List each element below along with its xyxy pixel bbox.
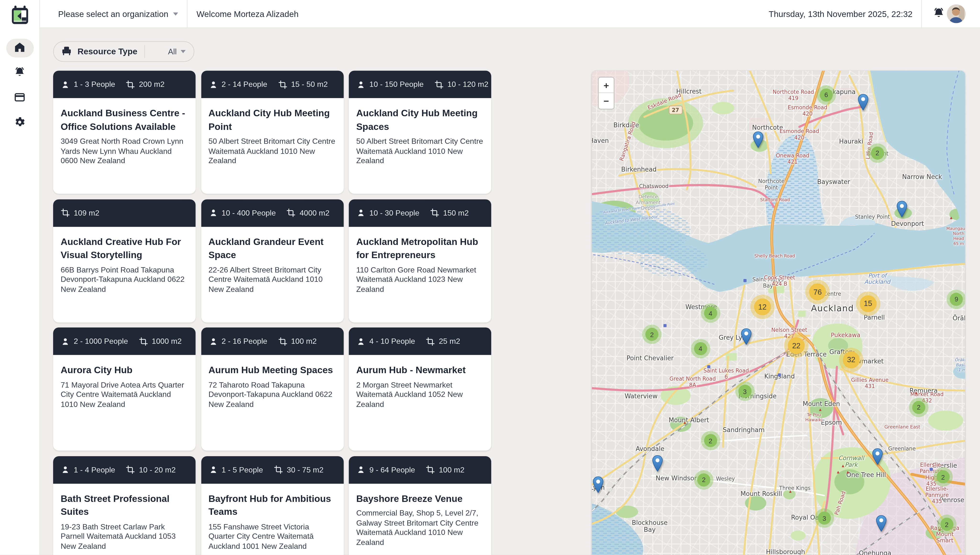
- map-cluster-marker[interactable]: 3: [815, 508, 834, 528]
- map-cluster-marker[interactable]: 9: [947, 289, 965, 309]
- welcome-text: Welcome Morteza Alizadeh: [196, 9, 298, 18]
- map-pin-marker[interactable]: [753, 132, 764, 148]
- resource-card[interactable]: 2 - 1000 People 1000 m2 Aurora City Hub …: [53, 327, 196, 451]
- map-cluster-marker[interactable]: 4: [691, 339, 710, 358]
- filter-label: Resource Type: [77, 47, 137, 56]
- map-pin-marker[interactable]: [741, 329, 752, 345]
- peak-icon: ▲: [914, 390, 918, 395]
- map-label: Northcote Point: [758, 178, 784, 191]
- map-label: Esmonde Road 420: [788, 104, 827, 117]
- map-label: Hillcrest: [676, 88, 701, 95]
- zoom-in-button[interactable]: +: [599, 77, 614, 93]
- capacity-text: 1 - 4 People: [74, 465, 115, 474]
- capacity-text: 4 - 10 People: [369, 337, 415, 346]
- capacity-text: 10 - 150 People: [369, 80, 424, 89]
- map-label: Pah Road: [833, 491, 847, 516]
- peak-icon: ▲: [846, 470, 850, 474]
- map-zoom-control: + −: [598, 77, 614, 109]
- resource-type-filter[interactable]: Resource Type All: [53, 41, 194, 62]
- resource-card-body: Aurum Hub Meeting Spaces 72 Taharoto Roa…: [201, 355, 343, 409]
- capacity-text: 10 - 30 People: [369, 209, 419, 217]
- map-cluster-marker[interactable]: 12: [750, 295, 775, 319]
- resource-card-header: 4 - 10 People 25 m2: [349, 327, 491, 355]
- map-pin-marker[interactable]: [858, 93, 869, 111]
- peak-icon: ▲: [949, 215, 953, 219]
- resource-address: Commercial Bay, Shop 5, Level 2/7, Galwa…: [356, 509, 484, 548]
- sidebar-item-notifications[interactable]: [6, 64, 34, 82]
- map-cluster-marker[interactable]: 2: [933, 467, 953, 487]
- resource-card[interactable]: 2 - 16 People 100 m2 Aurum Hub Meeting S…: [201, 327, 343, 451]
- area-text: 25 m2: [439, 337, 460, 346]
- map-pin-marker[interactable]: [872, 448, 883, 465]
- resource-card[interactable]: 1 - 3 People 200 m2 Auckland Business Ce…: [53, 71, 196, 194]
- map-cluster-marker[interactable]: 4: [701, 303, 720, 323]
- resource-address: 66B Barrys Point Road Takapuna Devonport…: [61, 265, 188, 295]
- resource-card[interactable]: 10 - 30 People 150 m2 Auckland Metropoli…: [349, 199, 491, 322]
- resource-card-header: 1 - 3 People 200 m2: [53, 71, 196, 98]
- person-icon: [209, 208, 218, 217]
- bell-icon: [932, 6, 945, 21]
- map-cluster-marker[interactable]: 2: [694, 470, 714, 489]
- resource-card[interactable]: 109 m2 Auckland Creative Hub For Visual …: [53, 199, 196, 322]
- resource-address: 110 Carlton Gore Road Newmarket Waitemat…: [356, 265, 484, 295]
- resource-card[interactable]: 10 - 400 People 4000 m2 Auckland Grandeu…: [201, 199, 343, 322]
- capacity-text: 2 - 1000 People: [74, 337, 128, 346]
- map-cluster-marker[interactable]: 15: [856, 291, 880, 316]
- map-cluster-marker[interactable]: 2: [642, 325, 662, 344]
- app: Please select an organization Welcome Mo…: [0, 0, 980, 555]
- resource-card-body: Auckland Grandeur Event Space 22-26 Albe…: [201, 226, 343, 295]
- sidebar-item-billing[interactable]: [6, 89, 34, 107]
- map-pin-marker[interactable]: [876, 515, 887, 532]
- map-pin-marker[interactable]: [593, 476, 604, 493]
- armchair-icon: [61, 45, 72, 58]
- resource-card[interactable]: 2 - 14 People 15 - 50 m2 Auckland City H…: [201, 71, 343, 194]
- crop-icon: [126, 80, 135, 89]
- map-cluster-marker[interactable]: 2: [701, 431, 720, 450]
- resource-card-body: Bayshore Breeze Venue Commercial Bay, Sh…: [349, 483, 491, 548]
- map-label: Saint Marys Bay: [752, 276, 784, 289]
- map-cluster-marker[interactable]: 2: [868, 143, 887, 163]
- resource-card[interactable]: 1 - 5 People 30 - 75 m2 Bayfront Hub for…: [201, 456, 343, 555]
- map[interactable]: HillcrestTakapunaBirkdaleNorthcoteHaurak…: [592, 71, 965, 555]
- resource-address: 71 Mayoral Drive Aotea Arts Quarter City…: [61, 380, 188, 409]
- app-logo[interactable]: [10, 5, 30, 25]
- person-icon: [356, 80, 366, 89]
- transit-icon: [744, 279, 747, 282]
- map-pin-marker[interactable]: [652, 455, 663, 472]
- sidebar-nav: [6, 39, 34, 133]
- resource-card-header: 1 - 5 People 30 - 75 m2: [201, 456, 343, 483]
- map-cluster-marker[interactable]: 3: [735, 382, 755, 401]
- zoom-out-button[interactable]: −: [599, 93, 614, 109]
- sidebar-item-home[interactable]: [6, 39, 34, 58]
- resource-card-header: 2 - 1000 People 1000 m2: [53, 327, 196, 355]
- resource-card[interactable]: 10 - 150 People 10 - 120 m2 Auckland Cit…: [349, 71, 491, 194]
- avatar[interactable]: [947, 4, 966, 23]
- capacity-text: 1 - 5 People: [221, 465, 263, 474]
- map-label: Esmonde Road 420: [780, 128, 819, 141]
- resource-card[interactable]: 9 - 64 People 100 m2 Bayshore Breeze Ven…: [349, 456, 491, 555]
- notifications-button[interactable]: [931, 6, 947, 22]
- resource-card[interactable]: 1 - 4 People 10 - 20 m2 Bath Street Prof…: [53, 456, 196, 555]
- map-cluster-marker[interactable]: 2: [909, 398, 928, 417]
- map-cluster-marker[interactable]: 22: [784, 334, 808, 358]
- resource-card-grid: 1 - 3 People 200 m2 Auckland Business Ce…: [53, 71, 492, 555]
- map-pin-marker[interactable]: [896, 201, 908, 217]
- area-text: 100 m2: [291, 337, 316, 346]
- map-cluster-marker[interactable]: 2: [937, 515, 956, 534]
- resource-address: 72 Taharoto Road Takapuna Devonport-Taka…: [209, 380, 336, 409]
- resource-card[interactable]: 4 - 10 People 25 m2 Aurum Hub - Newmarke…: [349, 327, 491, 451]
- map-cluster-marker[interactable]: 76: [805, 280, 830, 304]
- capacity-group: 1 - 5 People: [209, 465, 270, 475]
- area-text: 10 - 120 m2: [447, 80, 488, 89]
- organization-selector[interactable]: Please select an organization: [40, 0, 178, 27]
- resource-card-body: Bath Street Professional Suites 19-23 Ba…: [53, 483, 196, 552]
- person-icon: [209, 465, 218, 475]
- crop-icon: [274, 465, 283, 475]
- map-label: Mount Eden: [803, 401, 840, 407]
- map-cluster-marker[interactable]: 32: [839, 348, 863, 372]
- resource-card-body: Auckland City Hub Meeting Point 50 Alber…: [201, 98, 343, 166]
- map-label: Hillsborough: [766, 549, 805, 555]
- capacity-group: 1 - 4 People: [61, 465, 122, 475]
- sidebar-item-settings[interactable]: [6, 114, 34, 132]
- map-cluster-marker[interactable]: 6: [816, 85, 836, 104]
